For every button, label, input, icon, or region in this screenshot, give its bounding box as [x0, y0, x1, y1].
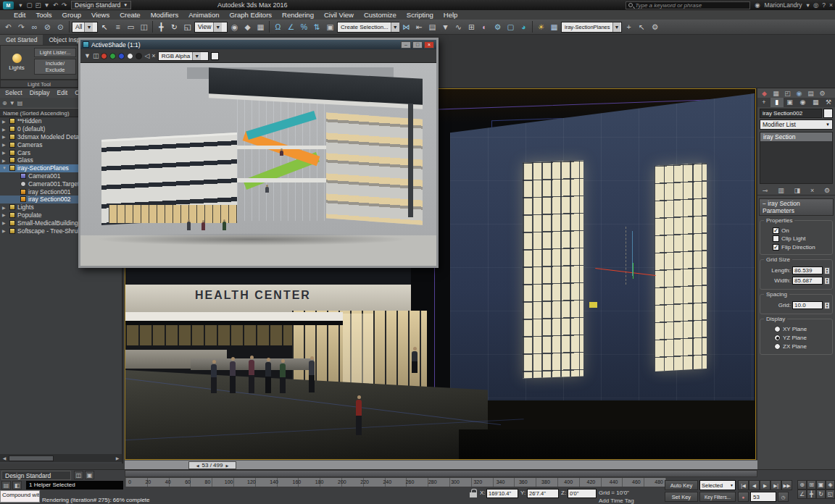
include-exclude-button[interactable]: Include/ Exclude	[34, 59, 76, 75]
remove-modifier-icon[interactable]: ×	[810, 187, 814, 194]
workspace-tab[interactable]: Design Standard	[1, 471, 71, 480]
percent-snap-icon[interactable]: %	[298, 21, 310, 33]
zoom-icon[interactable]: ⊕	[797, 480, 807, 490]
checkbox-row[interactable]: Clip Light	[773, 235, 830, 242]
frame-forward-icon[interactable]: ▶	[225, 463, 228, 468]
z-coord-field[interactable]: 0'0"	[568, 489, 597, 498]
find-icon[interactable]: ⊕	[2, 100, 7, 106]
menu-item[interactable]: Animation	[183, 10, 224, 20]
undo-icon[interactable]: ↶	[51, 1, 59, 9]
select-by-name-icon[interactable]: ≡	[112, 21, 124, 33]
radio-row[interactable]: YZ Plane	[774, 335, 830, 341]
save-bitmap-icon[interactable]: ▼	[84, 52, 91, 59]
object-name-field[interactable]	[760, 109, 822, 118]
scroll-left-icon[interactable]: ◀	[0, 455, 9, 461]
create-tab-icon[interactable]: +	[757, 98, 770, 107]
go-end-button[interactable]: ▶▶	[781, 480, 792, 490]
make-unique-icon[interactable]: ◨	[794, 187, 801, 194]
lights-button[interactable]: Lights	[1, 46, 33, 79]
spinner-arrows[interactable]: ▲▼	[824, 302, 830, 309]
add-plane-icon[interactable]: +	[623, 21, 635, 33]
save-file-icon[interactable]: ▼	[43, 1, 51, 9]
notification-icon[interactable]: ◎	[813, 1, 818, 9]
time-slider[interactable]: ◀ 53 / 499 ▶	[125, 460, 757, 469]
zoom-all-icon[interactable]: ⊞	[807, 480, 816, 490]
scene-explorer-menu-item[interactable]: Display	[26, 88, 54, 98]
layer-manager-icon[interactable]: ▤	[426, 21, 439, 33]
render-production-icon[interactable]: ◕	[518, 21, 530, 33]
menu-item[interactable]: Modifiers	[146, 10, 184, 20]
select-manipulate-icon[interactable]: ◆	[241, 21, 254, 33]
selection-lock-icon[interactable]	[470, 489, 478, 498]
rendered-frame-icon[interactable]: ▢	[504, 21, 517, 33]
expand-arrow-icon[interactable]: ▶	[2, 228, 7, 233]
search-input[interactable]: Type a keyword or phrase	[626, 1, 750, 9]
script-editor-icon[interactable]: ◧	[12, 481, 22, 490]
rollout-header[interactable]: − iray Section Parameters	[759, 198, 834, 216]
hierarchy-tab-icon[interactable]: ▣	[784, 98, 797, 107]
menu-item[interactable]: Scripting	[402, 10, 439, 20]
spinner-arrows[interactable]: ▲▼	[824, 277, 830, 285]
modifier-stack[interactable]: iray Section	[760, 132, 833, 184]
panel-sphere-icon[interactable]: ◉	[794, 90, 805, 97]
checkbox[interactable]	[773, 244, 779, 251]
reference-coordinate-dropdown[interactable]: View▼	[194, 22, 228, 33]
current-frame-field[interactable]: 53	[750, 492, 776, 502]
scrollbar-thumb[interactable]	[9, 455, 54, 461]
pick-object-icon[interactable]: ↖	[636, 21, 648, 33]
select-link-icon[interactable]: ∞	[28, 21, 41, 33]
maxscript-mini-listener[interactable]: Compound wit	[0, 490, 40, 503]
panel-gear-icon[interactable]: ⚙	[817, 90, 828, 97]
isolate-selection-icon[interactable]: ◫	[74, 471, 83, 479]
auto-key-button[interactable]: Auto Key	[665, 480, 698, 490]
snap-toggle-icon[interactable]: Ω	[272, 21, 284, 33]
background-color-swatch[interactable]	[211, 52, 219, 60]
radio-row[interactable]: XY Plane	[774, 326, 830, 332]
alpha-channel-icon[interactable]	[127, 53, 133, 59]
scroll-right-icon[interactable]: ▶	[113, 455, 122, 461]
key-filters-button[interactable]: Key Filters...	[699, 492, 736, 502]
menu-item[interactable]: Views	[86, 10, 115, 20]
move-icon[interactable]: ╋	[155, 21, 167, 33]
angle-snap-icon[interactable]: ∠	[285, 21, 297, 33]
3dsmax-logo-icon[interactable]: M	[3, 1, 14, 9]
panel-layout-icon[interactable]: ◰	[782, 90, 793, 97]
selection-filter-dropdown[interactable]: All▼	[72, 22, 98, 33]
open-file-icon[interactable]: ◰	[34, 1, 42, 9]
maximize-button[interactable]: □	[412, 41, 423, 49]
menu-item[interactable]: Customize	[359, 10, 402, 20]
rect-region-icon[interactable]: ▭	[125, 21, 137, 33]
menu-item[interactable]: Help	[439, 10, 463, 20]
panel-grid-icon[interactable]: ▦	[770, 90, 781, 97]
prev-channel-icon[interactable]: ◁	[144, 52, 149, 59]
timeline-ruler[interactable]: 0204060801001201401601802002202402602803…	[125, 477, 667, 487]
align-icon[interactable]: ⇤	[413, 21, 425, 33]
stop-icon[interactable]: ×	[151, 52, 155, 59]
expand-arrow-icon[interactable]: ▼	[2, 166, 7, 170]
set-key-button[interactable]: Set Key	[665, 492, 698, 502]
pan-icon[interactable]: ╋	[807, 490, 816, 499]
expand-arrow-icon[interactable]: ▶	[2, 150, 7, 155]
utilities-tab-icon[interactable]: ⚒	[822, 98, 835, 107]
object-color-swatch[interactable]	[823, 109, 833, 118]
blue-channel-icon[interactable]	[118, 53, 125, 59]
rotate-icon[interactable]: ↻	[168, 21, 180, 33]
mirror-icon[interactable]: ⋈	[400, 21, 412, 33]
clone-icon[interactable]: ◫	[93, 52, 99, 59]
x-coord-field[interactable]: 169'10.4"	[486, 489, 518, 498]
maxscript-listener-icon[interactable]: ▤	[1, 481, 11, 490]
sun-positioner-icon[interactable]: ☀	[535, 21, 547, 33]
spinner-field[interactable]: 86.539	[792, 266, 823, 274]
stack-item[interactable]: iray Section	[760, 133, 832, 141]
panel-list-icon[interactable]: ▤	[805, 90, 816, 97]
close-icon[interactable]: ×	[829, 1, 833, 9]
orbit-icon[interactable]: ↻	[816, 490, 826, 499]
undo-icon[interactable]: ↶	[2, 21, 14, 33]
checkbox-row[interactable]: Flip Direction	[773, 244, 830, 251]
modifier-list-dropdown[interactable]: Modifier List▼	[760, 119, 833, 130]
spinner-snap-icon[interactable]: ⇅	[311, 21, 323, 33]
ribbon-toggle-icon[interactable]: ▼	[439, 21, 452, 33]
use-pivot-icon[interactable]: ◉	[228, 21, 241, 33]
expand-arrow-icon[interactable]: ▶	[2, 142, 7, 147]
expand-arrow-icon[interactable]: ▶	[2, 158, 7, 163]
